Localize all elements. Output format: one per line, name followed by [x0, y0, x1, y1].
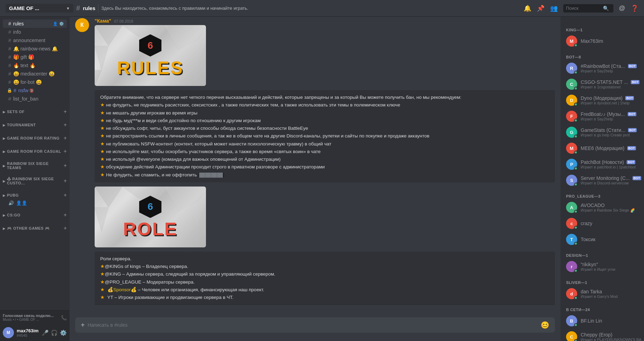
- attach-icon[interactable]: +: [81, 321, 85, 329]
- member-status: Играет в Discord-servercом: [581, 181, 641, 185]
- online-dot: [574, 43, 578, 47]
- category-add-icon[interactable]: +: [64, 109, 67, 115]
- category-add-icon[interactable]: +: [64, 135, 67, 141]
- member-item-servermonitoring[interactable]: S Server Monitoring (С... BOT Играет в D…: [563, 173, 641, 188]
- star-icon: ★: [100, 164, 105, 169]
- bot-badge: BOT: [627, 160, 635, 164]
- member-name: GameStats (Стати... BOT: [581, 127, 637, 133]
- emoji-icon[interactable]: 😊: [541, 321, 549, 329]
- bot-badge: BOT: [628, 112, 636, 116]
- channel-icons: 👤 ⚙️: [53, 22, 64, 26]
- sidebar-channel-text[interactable]: # 🔥 text 🔥: [3, 61, 67, 70]
- at-icon[interactable]: @: [619, 5, 625, 12]
- sidebar-channel-gift[interactable]: # 🎁 gift 🎁: [3, 53, 67, 61]
- category-game-room-casual[interactable]: ▶ GAME ROOM FOR CASUAL +: [0, 143, 70, 156]
- member-item-crazy[interactable]: c crazy: [563, 216, 641, 231]
- headset-icon[interactable]: 🎧: [51, 330, 58, 336]
- search-box[interactable]: 🔍: [563, 4, 613, 13]
- input-bar: + 😊: [70, 317, 560, 341]
- category-add-icon[interactable]: +: [64, 122, 67, 128]
- message-author: "Кама": [95, 18, 111, 24]
- online-dot: [574, 242, 578, 245]
- star-icon: ★: [100, 172, 105, 177]
- category-rainbow-six-teams[interactable]: ▶ RAINBOW SIX SIEGE TEAMS +: [0, 156, 70, 171]
- spoiler-text: ████████: [198, 173, 224, 177]
- member-info: Токсик: [581, 237, 595, 242]
- members-icon[interactable]: 👥: [550, 5, 558, 12]
- category-arrow-icon: ▶: [3, 136, 6, 140]
- member-item-csgostats[interactable]: C CSGO-STATS.NET ... BOT Играет в 1csgos…: [563, 77, 641, 92]
- roles-text-block: Роли сервера. ★@KINGs of kings – Владеле…: [95, 252, 555, 305]
- sidebar-channel-info[interactable]: # info: [3, 28, 67, 36]
- category-add-icon[interactable]: +: [64, 148, 67, 154]
- member-avatar: A: [566, 202, 577, 213]
- sidebar-channel-list-for-ban[interactable]: # list_for_ban: [3, 95, 67, 103]
- messages-container[interactable]: К "Кама" 07.08.2018: [70, 17, 560, 317]
- member-item-avocado[interactable]: A AVOCADO Играет в Rainbow Six Siege 🌈: [563, 200, 641, 215]
- sidebar-channel-announcement[interactable]: # announcement: [3, 36, 67, 45]
- search-icon[interactable]: 🔍: [603, 6, 609, 11]
- member-info: CSGO-STATS.NET ... BOT Играет в 1csgosta…: [581, 79, 639, 89]
- member-item-bf-lin-lin[interactable]: B BF.Lin Lin: [563, 313, 641, 328]
- chat-input[interactable]: [88, 322, 538, 328]
- member-item-patchbot[interactable]: P PatchBot (Новости) BOT Играет в patchb…: [563, 157, 641, 172]
- member-item-toksik[interactable]: Т Токсик: [563, 232, 641, 247]
- star-icon: ★: [100, 118, 105, 123]
- sidebar-channel-nsfw[interactable]: 🔒 # nsfw 🔞: [3, 86, 67, 95]
- category-pubg[interactable]: ▶ PUBG +: [0, 187, 70, 200]
- search-input[interactable]: [566, 6, 601, 11]
- category-tournament[interactable]: ▶ TOURNAMENT +: [0, 116, 70, 129]
- member-item-dan-tarka[interactable]: d dan Tarka Играет в Garry's Mod: [563, 286, 641, 301]
- sidebar-channel-mediacenter[interactable]: # 😀 mediacenter 😀: [3, 70, 67, 78]
- bell-pin-icon[interactable]: 📌: [537, 5, 544, 12]
- rules-text: RULES: [117, 59, 183, 77]
- server-chevron-icon: ▼: [66, 6, 70, 10]
- siege-r6-letter-role: 6: [148, 201, 153, 212]
- category-rainbow-six-custom[interactable]: ▶ 🕹 RAINBOW SIX SIEGE CUSTO... +: [0, 171, 70, 187]
- channel-hash-icon: #: [14, 88, 16, 93]
- category-other-games[interactable]: ▶ 🎮 OTHER GAMES 🎮 +: [0, 220, 70, 233]
- member-info: "rikikyn" Играет в Ищет угли: [581, 262, 615, 271]
- sidebar-channel-for-bot[interactable]: # 😀 for-bot 😀: [3, 78, 67, 86]
- member-item-max763im[interactable]: M Max763im: [563, 33, 641, 49]
- member-item-cheppy[interactable]: C Cheppy (Erop) Играет в PLAYERUNKNOWN'S…: [563, 329, 641, 341]
- roles-line-3: ★@PRO_LEAGUE – Модераторы сервера.: [100, 278, 549, 286]
- bell-icon[interactable]: 🔔: [524, 5, 531, 12]
- rules-text-content: Обратите внимание, что на сервере нет че…: [95, 90, 555, 182]
- rules-line-7: ★ не используйте мат, чтобы оскорбить уч…: [100, 148, 549, 156]
- category-sets-of[interactable]: ▶ SETS OF +: [0, 103, 70, 116]
- member-item-rainbowbot[interactable]: R #RainbowBot (Ста... BOT Играет в Say2h…: [563, 61, 641, 76]
- member-name: FredBoat♪♪ (Музы... BOT: [581, 111, 636, 117]
- channel-hash-icon: #: [8, 79, 11, 85]
- help-icon[interactable]: ❓: [631, 5, 638, 12]
- category-game-room-rating[interactable]: ▶ GAME ROOM FOR RATING +: [0, 129, 70, 143]
- member-item-dyno[interactable]: D Dyno (Модерация) BOT Играет в dynobot.…: [563, 93, 641, 108]
- category-add-icon[interactable]: +: [64, 192, 67, 198]
- message-header: "Кама" 07.08.2018: [95, 18, 555, 24]
- category-add-icon[interactable]: +: [64, 212, 67, 218]
- sidebar-channel-rainbow-news[interactable]: # 🔔 rainbow-news 🔔: [3, 45, 67, 53]
- sidebar-channel-rules[interactable]: # rules 👤 ⚙️: [3, 19, 67, 28]
- voice-disconnect-icon[interactable]: 📞: [61, 315, 67, 320]
- channel-hash-icon: #: [8, 96, 11, 102]
- server-name-button[interactable]: GAME OF ... ▼: [6, 4, 73, 13]
- online-dot: [574, 167, 578, 170]
- sidebar-voice-pubg[interactable]: 🔊 👤👤: [0, 200, 70, 206]
- member-item-fredboat[interactable]: F FredBoat♪♪ (Музы... BOT Играет в Say2h…: [563, 109, 641, 124]
- category-csgo[interactable]: ▶ CS:GO +: [0, 206, 70, 220]
- category-add-icon[interactable]: +: [64, 225, 67, 231]
- mic-icon[interactable]: 🎤: [42, 330, 49, 336]
- category-add-icon[interactable]: +: [64, 178, 67, 184]
- member-name: #RainbowBot (Ста... BOT: [581, 63, 637, 69]
- online-dot: [574, 71, 578, 74]
- online-dot: [574, 210, 578, 213]
- member-item-rikikyn[interactable]: r "rikikyn" Играет в Ищет угли: [563, 259, 641, 274]
- category-add-icon[interactable]: +: [64, 162, 67, 169]
- settings-icon[interactable]: ⚙️: [60, 330, 67, 336]
- category-name: GAME ROOM FOR RATING: [7, 136, 59, 140]
- member-item-gamestats[interactable]: G GameStats (Стати... BOT Играет в gs.he…: [563, 125, 641, 140]
- bot-badge: BOT: [628, 128, 637, 132]
- avatar-spacer: [75, 252, 89, 305]
- member-item-mee6[interactable]: M MEE6 (Модерация) BOT: [563, 141, 641, 156]
- message-group-role-image: 6 ROLE: [70, 185, 560, 249]
